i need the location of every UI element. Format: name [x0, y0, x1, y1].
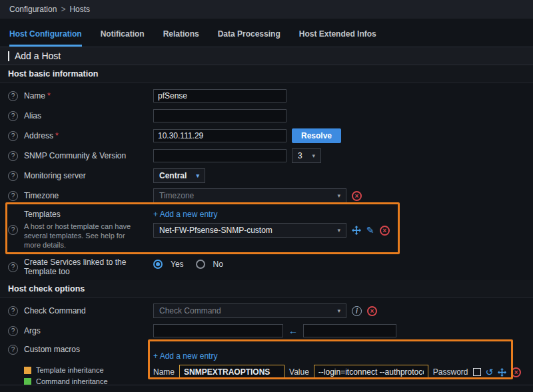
help-icon[interactable]: ? — [8, 306, 18, 316]
check-command-label-cell: ? Check Command — [8, 306, 153, 316]
delete-icon[interactable]: × — [380, 226, 390, 236]
monitoring-server-label-cell: ? Monitoring server — [8, 171, 153, 181]
args-input-1[interactable] — [153, 324, 283, 337]
field-row-timezone: ? Timezone Timezone ▾ × — [0, 186, 533, 206]
field-row-check-command: ? Check Command Check Command ▾ i × — [0, 301, 533, 321]
radio-yes-label[interactable]: Yes — [171, 260, 184, 269]
tab-notification[interactable]: Notification — [101, 29, 145, 47]
alias-label: Alias — [24, 111, 41, 120]
radio-no-label[interactable]: No — [213, 260, 223, 269]
info-icon[interactable]: i — [352, 306, 362, 316]
templates-label: Templates — [24, 210, 139, 219]
move-icon[interactable] — [498, 368, 506, 377]
host-basic-form: ? Name* ? Alias ? Address* Resolv — [0, 83, 533, 280]
check-command-select[interactable]: Check Command ▾ — [153, 303, 346, 318]
required-asterisk: * — [47, 91, 51, 100]
macro-name-label: Name — [153, 367, 175, 377]
undo-icon[interactable]: ↺ — [486, 367, 494, 377]
alias-label-cell: ? Alias — [8, 111, 153, 121]
chevron-down-icon: ▾ — [337, 307, 340, 314]
alias-input[interactable] — [153, 109, 286, 122]
timezone-select[interactable]: Timezone ▾ — [153, 188, 346, 203]
templates-label-cell: ? Templates A host or host template can … — [8, 210, 153, 250]
chevron-down-icon: ▾ — [337, 227, 340, 234]
arrow-left-icon: ← — [288, 325, 298, 336]
field-row-address: ? Address* Resolve — [0, 126, 533, 146]
address-label-cell: ? Address* — [8, 131, 153, 141]
help-icon[interactable]: ? — [8, 151, 18, 161]
breadcrumb-page[interactable]: Hosts — [69, 5, 90, 14]
edit-icon[interactable]: ✎ — [366, 226, 374, 235]
help-icon[interactable]: ? — [8, 131, 18, 141]
help-icon[interactable]: ? — [8, 225, 18, 235]
custom-macros-label-cell: ? Custom macros Template inheritance Com… — [8, 345, 153, 385]
monitoring-server-select[interactable]: Central ▾ — [153, 168, 205, 183]
name-label-cell: ? Name* — [8, 91, 153, 101]
templates-description: A host or host template can have several… — [24, 222, 139, 250]
host-check-form: ? Check Command Check Command ▾ i × ? Ar… — [0, 298, 533, 389]
name-input[interactable] — [153, 89, 286, 102]
snmp-label-cell: ? SNMP Community & Version — [8, 151, 153, 161]
create-services-label-cell: ? Create Services linked to the Template… — [8, 258, 153, 276]
macro-value-input[interactable] — [314, 365, 428, 379]
move-icon[interactable] — [352, 226, 361, 235]
template-inheritance-swatch — [24, 367, 31, 374]
address-label: Address* — [24, 131, 59, 140]
page-title-bar: Add a Host — [0, 47, 533, 65]
tab-data-processing[interactable]: Data Processing — [218, 29, 280, 47]
required-asterisk: * — [55, 131, 59, 140]
delete-icon[interactable]: × — [352, 191, 362, 201]
name-label: Name* — [24, 91, 51, 100]
timezone-label-cell: ? Timezone — [8, 191, 153, 201]
snmp-label: SNMP Community & Version — [24, 151, 126, 160]
password-checkbox[interactable] — [473, 368, 481, 376]
macro-value-label: Value — [289, 367, 309, 377]
args-label: Args — [24, 326, 41, 335]
snmp-version-select[interactable]: 3 ▾ — [292, 148, 321, 163]
tab-host-configuration[interactable]: Host Configuration — [9, 29, 82, 47]
breadcrumb-section[interactable]: Configuration — [9, 5, 57, 14]
macro-password-label: Password — [433, 367, 468, 377]
breadcrumb: Configuration > Hosts — [0, 0, 533, 19]
args-label-cell: ? Args — [8, 326, 153, 336]
snmp-community-input[interactable] — [153, 149, 286, 162]
delete-icon[interactable]: × — [511, 367, 521, 377]
field-row-monitoring-server: ? Monitoring server Central ▾ — [0, 166, 533, 186]
chevron-down-icon: ▾ — [312, 152, 315, 159]
help-icon[interactable]: ? — [8, 262, 18, 272]
breadcrumb-separator: > — [61, 5, 65, 14]
check-command-label: Check Command — [24, 306, 86, 315]
help-icon[interactable]: ? — [8, 191, 18, 201]
templates-add-entry-link[interactable]: + Add a new entry — [153, 210, 217, 219]
resolve-button[interactable]: Resolve — [292, 128, 341, 143]
command-inheritance-swatch — [24, 378, 31, 385]
template-select[interactable]: Net-FW-Pfsense-SNMP-custom ▾ — [153, 223, 346, 238]
monitoring-server-label: Monitoring server — [24, 171, 86, 180]
address-input[interactable] — [153, 129, 286, 142]
create-services-label: Create Services linked to the Template t… — [24, 258, 139, 276]
args-input-2[interactable] — [303, 324, 396, 337]
section-host-basic-information: Host basic information — [0, 65, 533, 83]
help-icon[interactable]: ? — [8, 345, 18, 355]
chevron-down-icon: ▾ — [337, 192, 340, 199]
field-row-args: ? Args ← — [0, 321, 533, 341]
radio-no[interactable] — [196, 260, 205, 269]
field-row-templates: ? Templates A host or host template can … — [0, 206, 533, 254]
help-icon[interactable]: ? — [8, 171, 18, 181]
help-icon[interactable]: ? — [8, 326, 18, 336]
macro-name-input[interactable] — [179, 365, 284, 379]
section-host-check-options: Host check options — [0, 280, 533, 298]
field-row-create-services: ? Create Services linked to the Template… — [0, 254, 533, 280]
radio-yes[interactable] — [153, 260, 163, 269]
inheritance-legend: Template inheritance Command inheritance — [24, 366, 139, 385]
tab-host-extended-infos[interactable]: Host Extended Infos — [299, 29, 376, 47]
page: Configuration > Hosts Host Configuration… — [0, 0, 533, 392]
delete-icon[interactable]: × — [367, 306, 377, 316]
help-icon[interactable]: ? — [8, 91, 18, 101]
macros-add-entry-link[interactable]: + Add a new entry — [153, 351, 217, 361]
field-row-custom-macros: ? Custom macros Template inheritance Com… — [0, 341, 533, 389]
tab-bar: Host Configuration Notification Relation… — [0, 19, 533, 47]
help-icon[interactable]: ? — [8, 111, 18, 121]
tab-relations[interactable]: Relations — [163, 29, 199, 47]
field-row-snmp: ? SNMP Community & Version 3 ▾ — [0, 146, 533, 166]
